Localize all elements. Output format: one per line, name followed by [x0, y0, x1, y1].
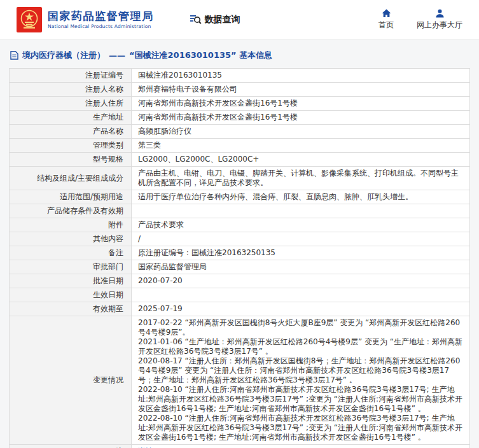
registration-info-table: 注册证编号 国械注准20163010135 注册人名称 郑州赛福特电子设备有限公…: [9, 68, 470, 448]
org-name: 国家药品监督管理局 National Medical Products Admi…: [48, 10, 154, 29]
breadcrumb-separator: ——: [109, 51, 125, 60]
field-label: 注册证编号: [10, 69, 132, 83]
table-row: 注册人名称 郑州赛福特电子设备有限公司: [10, 83, 470, 97]
field-label: 注: [10, 445, 132, 448]
field-label: 产品名称: [10, 125, 132, 139]
table-row: 型号规格 LG2000、LG2000C、LG2000C+: [10, 153, 470, 167]
field-value-remarks: 原注册证编号：国械注准20163250135: [132, 246, 470, 260]
table-row: 生效日期: [10, 288, 470, 302]
home-icon: [382, 9, 391, 18]
field-value-valid-until: 2025-07-19: [132, 302, 470, 316]
nav-service-hall-label: 网上办事大厅: [417, 20, 462, 31]
field-label: 注册人住所: [10, 97, 132, 111]
field-value-approval-date: 2020-07-20: [132, 274, 470, 288]
field-value-approval-department: 国家药品监督管理局: [132, 260, 470, 274]
org-name-en: National Medical Products Administration: [48, 24, 154, 29]
field-label: 适用范围/预期用途: [10, 190, 132, 204]
field-label: 生效日期: [10, 288, 132, 302]
nav-home-label: 首页: [378, 20, 394, 31]
main-content: 境内医疗器械（注册） —— “国械注准20163010135” 基本信息 注册证…: [0, 39, 479, 448]
field-value-storage-conditions: [132, 204, 470, 218]
national-emblem-icon: [17, 7, 42, 32]
table-row: 结构及组成/主要组成成分 产品由主机、电钳、电刀、电镊、脚踏开关、计算机、影像采…: [10, 167, 470, 190]
org-name-cn: 国家药品监督管理局: [48, 10, 154, 22]
field-label: 有效期至: [10, 302, 132, 316]
nav-item-home[interactable]: 首页: [378, 9, 394, 31]
breadcrumb-category: 境内医疗器械（注册）: [22, 50, 105, 61]
nav-item-service-hall[interactable]: 网上办事大厅: [417, 9, 462, 31]
field-label: 附件: [10, 218, 132, 232]
field-label: 管理类别: [10, 139, 132, 153]
field-label: 结构及组成/主要组成成分: [10, 167, 132, 190]
table-row: 产品名称 高频肛肠治疗仪: [10, 125, 470, 139]
field-value-registrant-name: 郑州赛福特电子设备有限公司: [132, 83, 470, 97]
field-value-other-content: /: [132, 232, 470, 246]
field-value-note: 详情: [132, 445, 470, 448]
table-row: 批准日期 2020-07-20: [10, 274, 470, 288]
field-value-model-spec: LG2000、LG2000C、LG2000C+: [132, 153, 470, 167]
page-title: “国械注准20163010135” 基本信息: [129, 50, 272, 61]
table-row: 有效期至 2025-07-19: [10, 302, 470, 316]
brand-logo-link[interactable]: 国家药品监督管理局 National Medical Products Admi…: [17, 7, 154, 32]
field-value-change-history: 2017-02-22 “郑州高新开发区国槐街8号火炬大厦B座9层” 变更为 “郑…: [132, 316, 470, 445]
field-label: 备注: [10, 246, 132, 260]
data-query-button[interactable]: 数据查询: [190, 13, 240, 25]
field-label: 变更情况: [10, 316, 132, 445]
table-row: 变更情况 2017-02-22 “郑州高新开发区国槐街8号火炬大厦B座9层” 变…: [10, 316, 470, 445]
field-value-registration-number: 国械注准20163010135: [132, 69, 470, 83]
table-row: 备注 原注册证编号：国械注准20163250135: [10, 246, 470, 260]
user-icon: [435, 9, 445, 18]
field-label: 其他内容: [10, 232, 132, 246]
field-label: 型号规格: [10, 153, 132, 167]
field-value-product-name: 高频肛肠治疗仪: [132, 125, 470, 139]
table-row: 注 详情: [10, 445, 470, 448]
field-value-registrant-address: 河南省郑州市高新技术开发区金盏街16号1号楼: [132, 97, 470, 111]
field-label: 批准日期: [10, 274, 132, 288]
field-value-attachment: 产品技术要求: [132, 218, 470, 232]
field-value-structure-composition: 产品由主机、电钳、电刀、电镊、脚踏开关、计算机、影像采集系统、打印机组成。不同型…: [132, 167, 470, 190]
field-value-intended-use: 适用于医疗单位治疗各种内外痔、混合痔、肛裂、直肠息肉、脓肿、肛乳头增生。: [132, 190, 470, 204]
field-label: 产品储存条件及有效期: [10, 204, 132, 218]
field-value-effective-date: [132, 288, 470, 302]
table-row: 审批部门 国家药品监督管理局: [10, 260, 470, 274]
table-row: 生产地址 河南省郑州市高新技术开发区金盏街16号1号楼: [10, 111, 470, 125]
table-row: 注册证编号 国械注准20163010135: [10, 69, 470, 83]
field-value-management-class: 第三类: [132, 139, 470, 153]
field-label: 生产地址: [10, 111, 132, 125]
header: 国家药品监督管理局 National Medical Products Admi…: [0, 0, 479, 39]
table-row: 其他内容 /: [10, 232, 470, 246]
table-row: 注册人住所 河南省郑州市高新技术开发区金盏街16号1号楼: [10, 97, 470, 111]
breadcrumb: 境内医疗器械（注册） —— “国械注准20163010135” 基本信息: [9, 39, 470, 68]
table-row: 适用范围/预期用途 适用于医疗单位治疗各种内外痔、混合痔、肛裂、直肠息肉、脓肿、…: [10, 190, 470, 204]
table-row: 附件 产品技术要求: [10, 218, 470, 232]
field-label: 审批部门: [10, 260, 132, 274]
field-value-production-address: 河南省郑州市高新技术开发区金盏街16号1号楼: [132, 111, 470, 125]
field-label: 注册人名称: [10, 83, 132, 97]
table-row: 管理类别 第三类: [10, 139, 470, 153]
document-icon: [10, 51, 18, 60]
table-row: 产品储存条件及有效期: [10, 204, 470, 218]
data-search-icon: [190, 13, 202, 25]
data-query-label: 数据查询: [205, 14, 240, 25]
